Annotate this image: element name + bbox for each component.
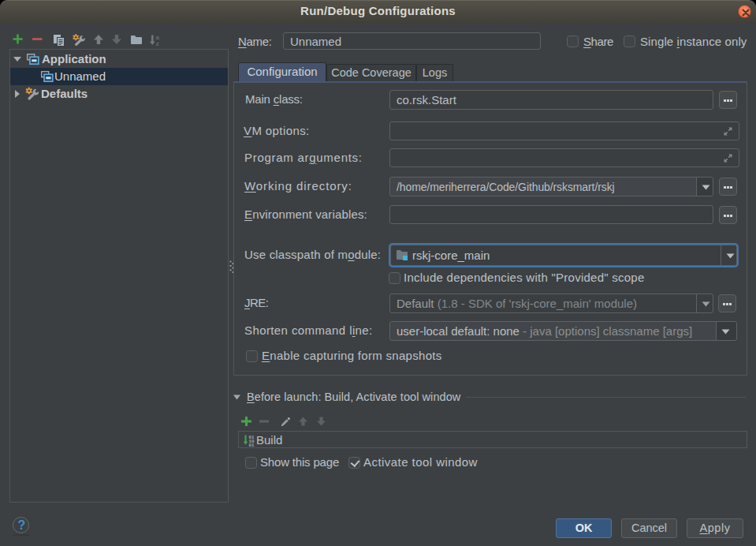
svg-text:z: z [156,40,159,47]
svg-text:01: 01 [249,443,255,447]
